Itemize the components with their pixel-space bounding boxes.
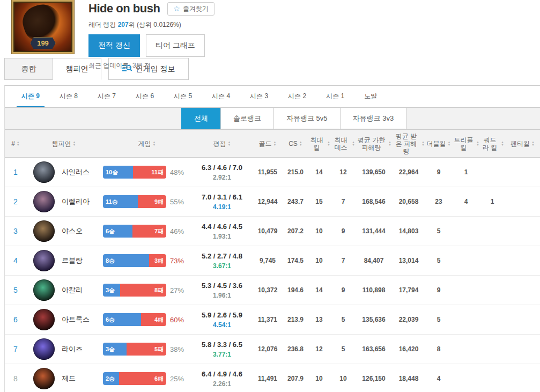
column-header-12[interactable]: 쿼드라 킬▲▼ xyxy=(480,136,505,151)
column-header-8[interactable]: 평균 가한 피해량▲▼ xyxy=(356,136,392,151)
column-header-4[interactable]: 골드▲▼ xyxy=(251,140,284,147)
column-header-11[interactable]: 트리플 킬▲▼ xyxy=(452,136,480,151)
wins-segment: 11승 xyxy=(103,195,138,208)
column-label: 평균 가한 피해량 xyxy=(356,136,387,151)
column-header-3[interactable]: 평점▲▼ xyxy=(193,140,251,147)
favorite-button[interactable]: ☆ 즐겨찾기 xyxy=(167,2,214,16)
column-header-7[interactable]: 최대 데스▲▼ xyxy=(331,136,356,151)
season-tab-시즌-6[interactable]: 시즌 6 xyxy=(131,86,159,107)
kda-cell: 5.9 / 2.6 / 5.94.54:1 xyxy=(193,311,251,329)
champion-cell[interactable]: 야스오 xyxy=(26,220,101,242)
winloss-bar: 11승9패 xyxy=(103,195,166,208)
rank-number: 8 xyxy=(5,374,26,383)
champion-cell[interactable]: 사일러스 xyxy=(26,161,101,183)
gold-value: 10,479 xyxy=(251,227,284,235)
cs-value: 207.2 xyxy=(284,227,307,235)
max-kills-value: 14 xyxy=(307,286,331,294)
avg-damage-taken-value: 13,014 xyxy=(392,257,425,264)
profile-info: Hide on bush ☆ 즐겨찾기 래더 랭킹 207위 (상위 0.012… xyxy=(88,0,540,70)
max-kills-value: 13 xyxy=(307,316,331,323)
column-header-0[interactable]: #▲▼ xyxy=(5,140,26,147)
refresh-button[interactable]: 전적 갱신 xyxy=(88,34,140,57)
season-tab-시즌-7[interactable]: 시즌 7 xyxy=(93,86,121,107)
column-label: 챔피언 xyxy=(52,140,71,147)
season-tab-시즌-3[interactable]: 시즌 3 xyxy=(245,86,273,107)
champion-portrait-icon xyxy=(33,309,55,330)
rank-number: 1 xyxy=(5,168,26,176)
double-kills-value: 23 xyxy=(425,198,452,205)
season-tab-시즌-8[interactable]: 시즌 8 xyxy=(55,86,83,107)
double-kills-value: 8 xyxy=(425,345,452,353)
tab-label: 종합 xyxy=(21,64,36,74)
kda-cell: 4.4 / 4.6 / 4.51.93:1 xyxy=(193,223,251,240)
queue-filter-자유랭크-5v5[interactable]: 자유랭크 5v5 xyxy=(273,108,341,129)
gold-value: 11,955 xyxy=(251,168,284,176)
tab-summary[interactable]: 종합 xyxy=(4,58,53,80)
winrate-percent: 38% xyxy=(170,345,184,353)
column-header-1[interactable]: 챔피언▲▼ xyxy=(26,140,101,147)
sort-arrows-icon: ▲▼ xyxy=(299,141,302,146)
season-tab-시즌-2[interactable]: 시즌 2 xyxy=(283,86,311,107)
champion-cell[interactable]: 제드 xyxy=(26,368,101,389)
champion-cell[interactable]: 이렐리아 xyxy=(26,191,101,212)
losses-segment: 5패 xyxy=(127,343,166,356)
max-deaths-value: 7 xyxy=(331,198,356,205)
season-tab-시즌-9[interactable]: 시즌 9 xyxy=(17,86,45,107)
table-row: 6아트록스6승4패60%5.9 / 2.6 / 5.94.54:111,3712… xyxy=(5,305,540,335)
wins-segment: 6승 xyxy=(103,313,141,326)
tier-graph-button[interactable]: 티어 그래프 xyxy=(146,34,205,57)
rank-number: 6 xyxy=(5,315,26,324)
column-header-5[interactable]: CS▲▼ xyxy=(284,140,307,147)
tab-label: 챔피언 xyxy=(66,64,88,74)
column-label: 평점 xyxy=(213,140,226,147)
winloss-bar: 6승4패 xyxy=(103,313,166,326)
avg-damage-dealt-value: 84,407 xyxy=(356,257,392,264)
kda-ratio: 1.93:1 xyxy=(193,233,251,240)
summoner-name: Hide on bush xyxy=(88,2,160,16)
rank-number: 5 xyxy=(5,286,26,294)
column-header-6[interactable]: 최대 킬▲▼ xyxy=(307,136,331,151)
avg-damage-taken-value: 20,658 xyxy=(392,198,425,205)
season-tab-노말[interactable]: 노말 xyxy=(359,86,382,107)
season-tab-시즌-5[interactable]: 시즌 5 xyxy=(169,86,197,107)
max-kills-value: 15 xyxy=(307,198,331,205)
cs-value: 207.9 xyxy=(284,375,307,382)
column-header-2[interactable]: 게임▲▼ xyxy=(101,140,193,147)
season-tab-시즌-4[interactable]: 시즌 4 xyxy=(207,86,235,107)
gold-value: 9,745 xyxy=(251,257,284,264)
queue-filter-전체[interactable]: 전체 xyxy=(181,108,221,129)
gold-value: 11,491 xyxy=(251,375,284,382)
champion-cell[interactable]: 르블랑 xyxy=(26,250,101,271)
column-header-10[interactable]: 더블킬▲▼ xyxy=(425,140,452,147)
season-tab-bar: 시즌 9시즌 8시즌 7시즌 6시즌 5시즌 4시즌 3시즌 2시즌 1노말 xyxy=(5,86,540,108)
kda-averages: 6.3 / 4.6 / 7.0 xyxy=(193,164,251,172)
kda-averages: 6.4 / 4.9 / 4.6 xyxy=(193,370,251,378)
sort-arrows-icon: ▲▼ xyxy=(421,141,425,146)
avg-damage-taken-value: 16,420 xyxy=(392,345,425,353)
champion-cell[interactable]: 아칼리 xyxy=(26,279,101,301)
kda-ratio: 2.92:1 xyxy=(193,174,251,181)
games-cell: 3승8패27% xyxy=(101,284,193,297)
cs-value: 174.5 xyxy=(284,257,307,264)
table-row: 7라이즈3승5패38%5.8 / 3.3 / 6.53.77:112,07623… xyxy=(5,335,540,364)
column-header-9[interactable]: 평균 받은 피해량▲▼ xyxy=(392,132,425,155)
cs-value: 194.6 xyxy=(284,286,307,294)
champion-cell[interactable]: 아트록스 xyxy=(26,309,101,330)
winrate-percent: 55% xyxy=(170,198,184,206)
column-label: CS xyxy=(289,140,298,147)
season-tab-시즌-1[interactable]: 시즌 1 xyxy=(321,86,349,107)
champion-cell[interactable]: 라이즈 xyxy=(26,338,101,360)
column-label: 쿼드라 킬 xyxy=(480,136,499,151)
kda-averages: 5.3 / 4.5 / 3.6 xyxy=(193,282,251,290)
queue-filter-자유랭크-3v3[interactable]: 자유랭크 3v3 xyxy=(340,108,407,129)
max-kills-value: 10 xyxy=(307,227,331,235)
sort-arrows-icon: ▲▼ xyxy=(501,141,504,146)
column-header-13[interactable]: 펜타킬▲▼ xyxy=(505,140,540,147)
double-kills-value: 9 xyxy=(425,286,452,294)
champion-portrait-icon xyxy=(33,220,55,242)
cs-value: 243.7 xyxy=(284,198,307,205)
avg-damage-taken-value: 17,794 xyxy=(392,286,425,294)
max-deaths-value: 7 xyxy=(331,257,356,264)
queue-filter-솔로랭크[interactable]: 솔로랭크 xyxy=(220,108,274,129)
kda-cell: 5.2 / 2.7 / 4.83.67:1 xyxy=(193,252,251,270)
